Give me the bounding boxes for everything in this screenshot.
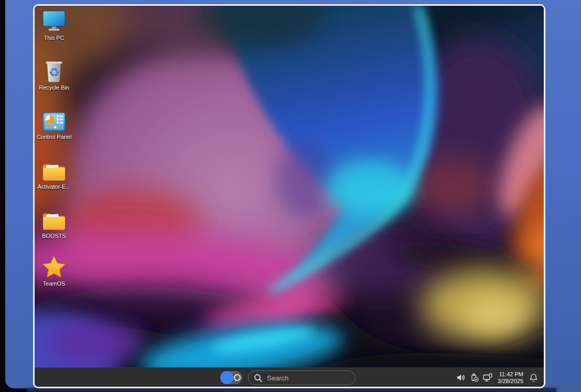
notifications-bell-icon[interactable] [528, 373, 539, 383]
network-display-icon[interactable] [482, 373, 493, 383]
icon-label: This PC [44, 35, 64, 41]
taskbar-toggle[interactable] [220, 371, 242, 384]
desktop-icon-control-panel[interactable]: Control Panel [35, 107, 73, 140]
desktop-icon-boosts-folder[interactable]: BOOSTS [35, 206, 73, 239]
clock-time: 11:42 PM [499, 371, 523, 378]
desktop-icon-activator-folder[interactable]: Activator-E... [35, 157, 73, 190]
desktop-wallpaper [35, 6, 544, 367]
desktop-icons: This PC ♻ Recycle Bin [35, 6, 73, 367]
system-tray: 11:42 PM 3/28/2025 [455, 368, 539, 387]
icon-label: Control Panel [37, 134, 72, 140]
recycle-bin-icon: ♻ [44, 58, 64, 82]
taskbar-clock[interactable]: 11:42 PM 3/28/2025 [498, 371, 523, 384]
desktop: This PC ♻ Recycle Bin [35, 6, 544, 367]
icon-label: BOOSTS [42, 233, 66, 239]
toggle-knob [220, 371, 233, 384]
usb-safely-remove-icon[interactable] [469, 373, 479, 383]
desktop-icon-teamos[interactable]: TeamOS [35, 254, 73, 287]
host-background-corner [556, 384, 581, 392]
svg-text:♻: ♻ [49, 66, 60, 79]
window-shadow [27, 388, 557, 392]
this-pc-icon [42, 8, 66, 32]
icon-label: Activator-E... [38, 183, 71, 190]
search-icon [254, 374, 263, 383]
control-panel-icon [42, 107, 66, 132]
folder-icon [42, 157, 66, 181]
folder-icon [42, 206, 66, 231]
taskbar: 11:42 PM 3/28/2025 [35, 367, 544, 387]
vm-desktop-window: This PC ♻ Recycle Bin [33, 4, 545, 388]
desktop-icon-recycle-bin[interactable]: ♻ Recycle Bin [35, 58, 73, 91]
desktop-icon-this-pc[interactable]: This PC [35, 8, 73, 41]
volume-icon[interactable] [455, 373, 466, 383]
icon-label: TeamOS [43, 280, 66, 287]
search-box[interactable] [248, 371, 356, 385]
toggle-off-ring [234, 374, 241, 381]
search-input[interactable] [267, 374, 350, 382]
icon-label: Recycle Bin [39, 84, 69, 91]
star-icon [42, 254, 66, 278]
clock-date: 3/28/2025 [498, 378, 523, 385]
